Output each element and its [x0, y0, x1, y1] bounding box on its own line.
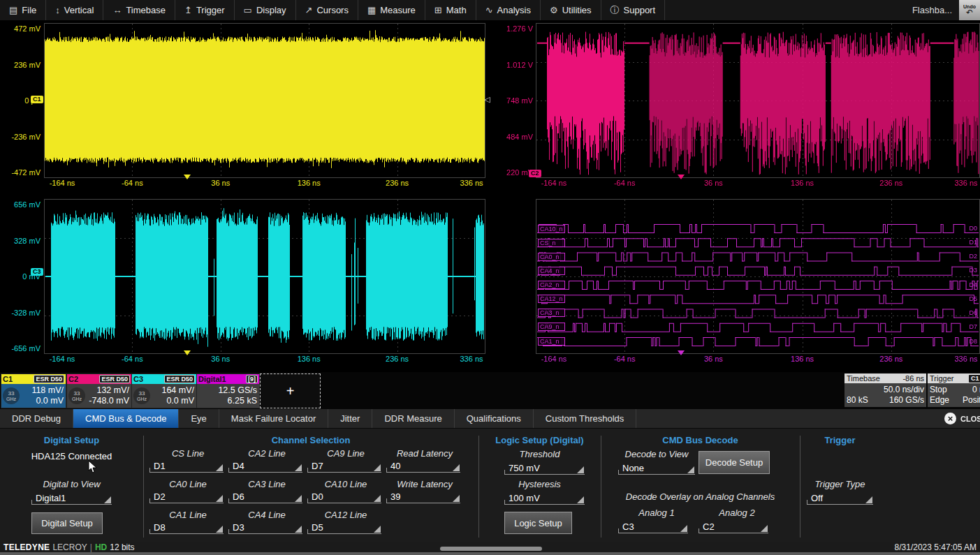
- add-trace-button[interactable]: +: [260, 373, 321, 408]
- c1-channel-tag[interactable]: C1: [31, 96, 43, 103]
- channel-selection-heading: Channel Selection: [143, 435, 478, 445]
- digital-setup-heading: Digital Setup: [0, 435, 143, 445]
- trigger-slope: Positive: [963, 396, 980, 405]
- cmd-bus-decode-heading: CMD Bus Decode: [601, 435, 800, 445]
- ca3-line-dropdown[interactable]: D6: [228, 490, 302, 503]
- ca4-line-dropdown[interactable]: D3: [228, 521, 302, 534]
- write-latency-dropdown[interactable]: 39: [386, 490, 460, 503]
- digital-setup-button[interactable]: Digital Setup: [31, 512, 103, 534]
- menu-timebase[interactable]: ↔Timebase: [103, 0, 175, 20]
- ca2-line-dropdown[interactable]: D4: [228, 459, 302, 473]
- c1-y-label-3: -236 mV: [11, 133, 41, 141]
- ca12-line-label: CA12 Line: [307, 509, 385, 521]
- c3-y-label-3: -328 mV: [11, 309, 41, 317]
- scrollbar-handle[interactable]: [440, 547, 542, 551]
- menu-measure[interactable]: ▦Measure: [358, 0, 425, 20]
- menu-math[interactable]: ⊞Math: [425, 0, 476, 20]
- digital-channel-label-4: D4: [969, 281, 977, 289]
- write-latency-label: Write Latency: [386, 478, 464, 490]
- digital-to-view-dropdown[interactable]: Digital1: [31, 491, 112, 505]
- close-button[interactable]: × CLOSE: [942, 409, 980, 428]
- trigger-type-dropdown[interactable]: Off: [807, 491, 873, 505]
- menu-analysis-label: Analysis: [497, 5, 531, 15]
- tab-qualifications[interactable]: Qualifications: [455, 409, 534, 428]
- file-icon: ▤: [9, 5, 17, 15]
- ca1-line-label: CA1 Line: [149, 509, 227, 521]
- digital-line-label-3: CA4_n: [538, 267, 565, 275]
- digital-line-label-5: CA12_n: [538, 295, 565, 303]
- ca9-line-dropdown[interactable]: D7: [307, 459, 381, 473]
- channel-descriptor-c3[interactable]: C3 ESR D50 33 GHz 164 mV/ 0.0 mV: [131, 373, 197, 408]
- analog2-value: C2: [703, 521, 715, 532]
- c2-y-label-1: 1.012 V: [506, 61, 533, 69]
- tab-eye[interactable]: Eye: [179, 409, 219, 428]
- menu-vertical[interactable]: ↕Vertical: [46, 0, 103, 20]
- timebase-summary[interactable]: Timebase -86 ns 50.0 ns/div 80 kS 160 GS…: [844, 373, 926, 407]
- channel-descriptor-digital1[interactable]: Digital1 [9] 12.5 GS/s 6.25 kS: [196, 373, 260, 408]
- logic-setup-button[interactable]: Logic Setup: [504, 512, 572, 534]
- ca0-line-dropdown[interactable]: D2: [149, 490, 224, 503]
- ca0-line-label: CA0 Line: [149, 478, 227, 490]
- cs-line-dropdown[interactable]: D1: [149, 459, 224, 473]
- digital-line-label-8: CA1_n: [538, 337, 565, 346]
- c1-y-label-0: 472 mV: [14, 24, 41, 33]
- c3-channel-tag[interactable]: C3: [31, 268, 43, 276]
- menu-utilities[interactable]: ⚙Utilities: [541, 0, 601, 20]
- waveform-grid-c1[interactable]: [44, 23, 485, 178]
- c3-x-label-0: -164 ns: [43, 355, 82, 363]
- digital-line-label-4: CA2_n: [538, 281, 565, 289]
- trigger-summary[interactable]: Trigger C1 DC Stop 0 mV Edge Positive: [928, 373, 980, 407]
- decode-setup-button-label: Decode Setup: [705, 457, 763, 468]
- read-latency-dropdown[interactable]: 40: [386, 459, 460, 473]
- c3-x-label-1: -64 ns: [112, 355, 152, 363]
- waveform-grid-digital[interactable]: [536, 199, 980, 354]
- ca10-line-dropdown[interactable]: D0: [307, 490, 381, 503]
- menu-trigger[interactable]: ↥Trigger: [175, 0, 235, 20]
- undo-button[interactable]: Undo ↶: [959, 0, 980, 20]
- digital-channel-label-7: D7: [969, 323, 977, 331]
- threshold-dropdown[interactable]: 750 mV: [504, 461, 585, 475]
- channel-descriptor-c2[interactable]: C2 ESR D50 33 GHz 132 mV/ -748.0 mV: [66, 373, 132, 408]
- waveform-grid-c3[interactable]: [44, 199, 485, 354]
- tab-ddr-debug[interactable]: DDR Debug: [0, 409, 73, 428]
- menu-support[interactable]: ⓘSupport: [601, 0, 666, 20]
- digital1-samplerate-value: 12.5 GS/s: [198, 385, 257, 396]
- menu-display[interactable]: ▭Display: [235, 0, 296, 20]
- menu-analysis[interactable]: ∿Analysis: [476, 0, 541, 20]
- menu-cursors[interactable]: ↗Cursors: [296, 0, 358, 20]
- digital-x-axis-labels: -164 ns-64 ns36 ns136 ns236 ns336 ns: [536, 355, 980, 364]
- ddr-tab-bar: DDR Debug CMD Bus & Decode Eye Mask Fail…: [0, 409, 980, 428]
- tab-mask-failure-locator[interactable]: Mask Failure Locator: [219, 409, 328, 428]
- tab-jitter[interactable]: Jitter: [328, 409, 372, 428]
- menu-display-label: Display: [256, 5, 286, 15]
- decode-to-view-dropdown[interactable]: None: [618, 461, 695, 475]
- trigger-type: Edge: [930, 396, 949, 405]
- c1-descriptor-id: C1: [3, 375, 13, 383]
- analog1-dropdown[interactable]: C3: [618, 520, 688, 533]
- ca3-line-value: D6: [233, 491, 244, 502]
- ca9-line-value: D7: [312, 461, 323, 471]
- digital-line-label-7: CA9_n: [538, 323, 565, 331]
- tab-cmd-bus-decode[interactable]: CMD Bus & Decode: [73, 409, 179, 428]
- ca12-line-dropdown[interactable]: D5: [307, 521, 381, 534]
- datetime-label: 8/31/2023 5:47:05 AM: [895, 542, 977, 552]
- c3-bandwidth-icon: 33 GHz: [133, 387, 150, 404]
- tab-ddr-measure[interactable]: DDR Measure: [372, 409, 454, 428]
- c1-x-label-5: 336 ns: [452, 179, 491, 187]
- c3-bw-unit: GHz: [137, 397, 147, 401]
- menu-file[interactable]: ▤File: [0, 0, 46, 20]
- ca1-line-dropdown[interactable]: D8: [149, 521, 224, 534]
- waveform-grid-c2[interactable]: [536, 23, 980, 178]
- digital-channel-labels: D0D1D2D3D4D5D6D7D8: [960, 225, 977, 346]
- hysteresis-dropdown[interactable]: 100 mV: [504, 491, 585, 505]
- timebase-title: Timebase: [847, 374, 880, 383]
- c3-waveform-canvas: [44, 199, 485, 354]
- channel-descriptor-c1[interactable]: C1 ESR D50 33 GHz 118 mV/ 0.0 mV: [1, 373, 66, 408]
- tab-custom-thresholds[interactable]: Custom Thresholds: [534, 409, 636, 428]
- trigger-type-label: Trigger Type: [800, 479, 880, 489]
- analog2-dropdown[interactable]: C2: [699, 520, 768, 533]
- flashback-label[interactable]: Flashba...: [912, 0, 959, 20]
- c2-channel-tag[interactable]: C2: [529, 170, 541, 177]
- ca4-line-value: D3: [233, 522, 244, 533]
- decode-setup-button[interactable]: Decode Setup: [699, 451, 770, 474]
